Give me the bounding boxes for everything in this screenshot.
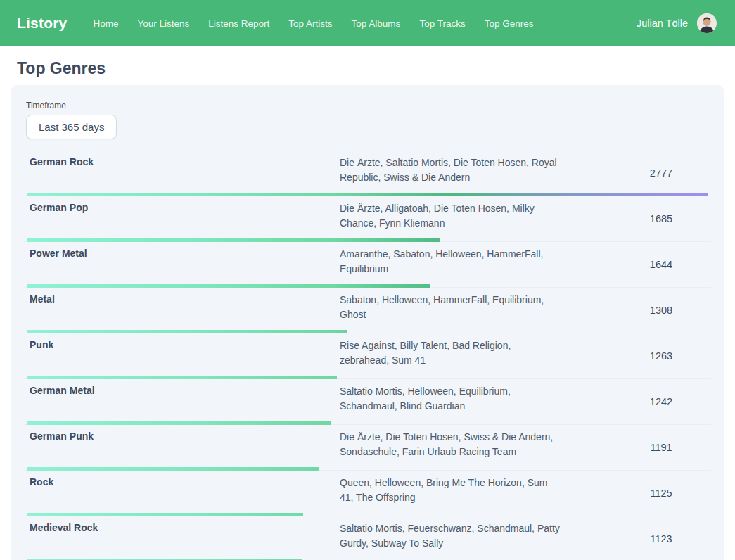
timeframe-label: Timeframe — [26, 101, 715, 110]
genre-artists: Sabaton, Helloween, HammerFall, Equilibr… — [337, 292, 562, 328]
genre-artists: Saltatio Mortis, Helloween, Equilibrium,… — [337, 383, 562, 419]
nav-link-top-tracks[interactable]: Top Tracks — [419, 18, 465, 29]
genre-count: 1242 — [650, 396, 672, 407]
person-photo-icon — [697, 13, 717, 33]
genre-artists: Die Ärzte, Saltatio Mortis, Die Toten Ho… — [337, 155, 562, 191]
genre-name: German Rock — [24, 155, 337, 167]
timeframe-select[interactable]: Last 365 days — [26, 115, 117, 139]
nav-link-listens-report[interactable]: Listens Report — [208, 18, 269, 29]
table-row: RockQueen, Helloween, Bring Me The Horiz… — [24, 471, 711, 516]
nav-link-top-genres[interactable]: Top Genres — [485, 18, 534, 29]
genre-count: 1263 — [650, 350, 672, 362]
genre-count: 1644 — [650, 259, 672, 270]
genre-artists: Queen, Helloween, Bring Me The Horizon, … — [337, 475, 562, 511]
genre-name: German Pop — [24, 201, 337, 213]
genre-count: 1123 — [650, 533, 672, 545]
genre-count: 2777 — [650, 167, 672, 179]
navbar: Listory HomeYour ListensListens ReportTo… — [0, 0, 735, 46]
table-row: PunkRise Against, Billy Talent, Bad Reli… — [24, 333, 711, 379]
table-row: MetalSabaton, Helloween, HammerFall, Equ… — [24, 288, 711, 333]
nav-link-top-artists[interactable]: Top Artists — [288, 18, 332, 29]
genre-name: Rock — [24, 475, 337, 488]
nav-link-home[interactable]: Home — [93, 18, 118, 29]
user-menu: Julian Tölle — [637, 13, 717, 33]
user-avatar[interactable] — [697, 13, 717, 33]
genre-count: 1191 — [650, 442, 672, 453]
app-logo[interactable]: Listory — [17, 15, 67, 32]
table-row: German PopDie Ärzte, Alligatoah, Die Tot… — [24, 196, 711, 242]
page-title: Top Genres — [17, 59, 718, 78]
timeframe-filter: Timeframe Last 365 days — [26, 101, 715, 139]
genre-count: 1685 — [650, 213, 672, 224]
user-name[interactable]: Julian Tölle — [637, 18, 688, 29]
genre-artists: Rise Against, Billy Talent, Bad Religion… — [337, 338, 562, 374]
table-row: Power MetalAmaranthe, Sabaton, Helloween… — [24, 242, 711, 288]
genre-artists: Saltatio Mortis, Feuerschwanz, Schandmau… — [337, 521, 562, 556]
nav-link-top-albums[interactable]: Top Albums — [352, 18, 401, 29]
table-row: German PunkDie Ärzte, Die Toten Hosen, S… — [24, 425, 711, 471]
genre-name: German Metal — [24, 383, 337, 396]
genre-count: 1125 — [650, 488, 672, 499]
genres-table: German RockDie Ärzte, Saltatio Mortis, D… — [24, 151, 711, 560]
nav-link-your-listens[interactable]: Your Listens — [137, 18, 189, 29]
genre-name: Metal — [24, 292, 337, 305]
genre-artists: Die Ärzte, Alligatoah, Die Toten Hosen, … — [337, 201, 562, 236]
top-genres-card: Timeframe Last 365 days German RockDie Ä… — [11, 85, 724, 560]
genre-name: Punk — [24, 338, 337, 350]
genre-artists: Amaranthe, Sabaton, Helloween, HammerFal… — [337, 246, 562, 282]
table-row: German RockDie Ärzte, Saltatio Mortis, D… — [24, 151, 711, 196]
nav-links: HomeYour ListensListens ReportTop Artist… — [93, 18, 636, 29]
table-row: Medieval RockSaltatio Mortis, Feuerschwa… — [24, 516, 711, 560]
genre-name: Power Metal — [24, 246, 337, 259]
table-row: German MetalSaltatio Mortis, Helloween, … — [24, 379, 711, 425]
genre-name: German Punk — [24, 429, 337, 442]
genre-name: Medieval Rock — [24, 521, 337, 533]
genre-artists: Die Ärzte, Die Toten Hosen, Swiss & Die … — [337, 429, 562, 465]
genre-count: 1308 — [650, 305, 672, 316]
